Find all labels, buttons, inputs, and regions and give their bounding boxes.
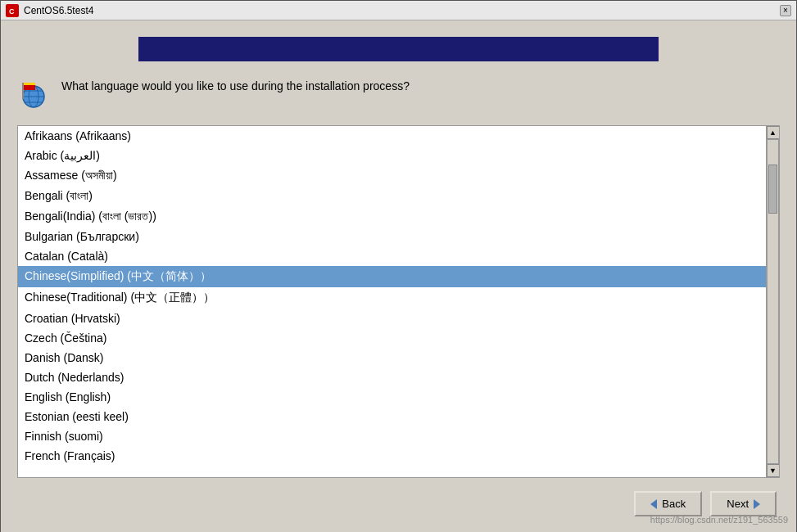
language-item-czech[interactable]: Czech (Čeština) xyxy=(18,328,766,348)
content-area: What language would you like to use duri… xyxy=(1,20,796,532)
main-window: C CentOS6.5test4 × xyxy=(0,0,797,532)
svg-rect-7 xyxy=(22,83,24,99)
question-row: What language would you like to use duri… xyxy=(17,78,780,110)
svg-text:C: C xyxy=(9,7,15,16)
button-row: Back Next xyxy=(17,491,780,516)
next-label: Next xyxy=(727,498,749,510)
language-item-chinese-traditional[interactable]: Chinese(Traditional) (中文（正體）） xyxy=(18,287,766,309)
scroll-up-arrow[interactable]: ▲ xyxy=(767,126,780,139)
language-item-finnish[interactable]: Finnish (suomi) xyxy=(18,426,766,446)
language-list-container: Afrikaans (Afrikaans)Arabic (العربية)Ass… xyxy=(17,125,780,478)
titlebar: C CentOS6.5test4 × xyxy=(1,1,796,20)
language-list[interactable]: Afrikaans (Afrikaans)Arabic (العربية)Ass… xyxy=(18,126,766,477)
svg-rect-9 xyxy=(24,83,35,85)
language-item-afrikaans[interactable]: Afrikaans (Afrikaans) xyxy=(18,126,766,146)
language-item-english[interactable]: English (English) xyxy=(18,387,766,407)
language-item-bengali[interactable]: Bengali (বাংলা) xyxy=(18,186,766,206)
close-button[interactable]: × xyxy=(780,5,791,16)
language-item-estonian[interactable]: Estonian (eesti keel) xyxy=(18,407,766,426)
header-banner xyxy=(138,37,659,61)
language-item-dutch[interactable]: Dutch (Nederlands) xyxy=(18,367,766,387)
window-icon: C xyxy=(6,4,19,17)
question-text: What language would you like to use duri… xyxy=(61,78,410,95)
language-item-bengali-india[interactable]: Bengali(India) (বাংলা (ভারত)) xyxy=(18,206,766,227)
watermark: https://blog.csdn.net/z191_563559 xyxy=(650,515,788,525)
window-title: CentOS6.5test4 xyxy=(24,5,775,16)
language-item-arabic[interactable]: Arabic (العربية) xyxy=(18,146,766,165)
language-item-catalan[interactable]: Catalan (Català) xyxy=(18,246,766,266)
language-item-french[interactable]: French (Français) xyxy=(18,446,766,466)
back-arrow-icon xyxy=(650,499,657,509)
back-label: Back xyxy=(662,498,686,510)
scroll-thumb[interactable] xyxy=(768,165,777,214)
next-arrow-icon xyxy=(754,499,760,509)
language-item-danish[interactable]: Danish (Dansk) xyxy=(18,348,766,367)
scroll-down-arrow[interactable]: ▼ xyxy=(767,464,780,477)
next-button[interactable]: Next xyxy=(710,491,777,516)
language-item-assamese[interactable]: Assamese (অসমীয়া) xyxy=(18,165,766,186)
flag-icon xyxy=(17,78,50,110)
language-item-chinese-simplified[interactable]: Chinese(Simplified) (中文（简体）） xyxy=(18,266,766,287)
language-item-bulgarian[interactable]: Bulgarian (Български) xyxy=(18,227,766,246)
scrollbar[interactable]: ▲ ▼ xyxy=(766,126,779,477)
back-button[interactable]: Back xyxy=(634,491,702,516)
scroll-track xyxy=(767,139,779,464)
language-item-croatian[interactable]: Croatian (Hrvatski) xyxy=(18,309,766,328)
